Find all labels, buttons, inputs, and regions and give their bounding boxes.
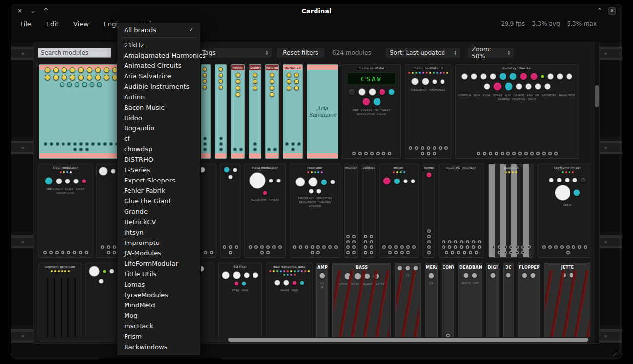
brand-menu-item[interactable]: LifeFormModular [117, 258, 200, 269]
module-macro-oscillator-2[interactable]: macro oscillator 2FREQUENCYHARMONICS [405, 64, 451, 159]
module-meta-modulator[interactable]: meta modulatorALGORITHMTIMBRE [244, 164, 286, 258]
port-jack [203, 148, 207, 151]
module-quad-vca[interactable]: quad VCA [488, 164, 534, 258]
module-flopper[interactable]: FLOPPER [518, 263, 540, 337]
brand-menu-item[interactable]: Audible Instruments [117, 81, 200, 92]
brand-menu-item[interactable]: Bacon Music [117, 102, 200, 113]
label-row: CV [395, 273, 420, 277]
module-resonator[interactable]: resonatorFREQUENCYSTRUCTUREBRIGHTNESSDAM… [290, 164, 340, 258]
module-quad-vc-polarizer[interactable]: quad VC-polarizer [439, 164, 484, 258]
brand-menu-item[interactable]: Rackwindows [117, 342, 200, 352]
module-pokies[interactable]: Pokies [231, 64, 245, 159]
reset-filters-button[interactable]: Reset filters [277, 48, 324, 58]
module-modal-synthesizer[interactable]: modal synthesizerCONTOURBOWBLOWSTRIKEPLA… [455, 64, 578, 159]
brand-menu-item[interactable]: Glue the Giant [117, 196, 200, 206]
brand-menu-item[interactable]: MindMeld [117, 300, 200, 310]
module-keyframer-mixer[interactable]: keyframer/mixerFRAME [538, 164, 590, 258]
brand-menu-item[interactable]: Mog [117, 310, 200, 321]
brand-menu-item[interactable]: Bogaudio [117, 123, 200, 133]
led-row [39, 269, 81, 274]
module-amp[interactable]: AMPCVIN [316, 263, 328, 337]
brand-menu-item[interactable]: Little Utils [117, 269, 200, 279]
module-card[interactable] [85, 263, 117, 337]
brand-menu-item-all-brands[interactable]: All brands ✓ [117, 25, 200, 35]
menu-file[interactable]: File [20, 20, 31, 28]
vertical-scrollbar[interactable] [595, 43, 599, 343]
brand-menu-item[interactable]: Animated Circuits [117, 61, 200, 71]
brand-menu-item[interactable]: E-Series [117, 165, 200, 175]
module-eq-filter[interactable]: EQ filterFREQGAIN [218, 263, 262, 337]
brand-menu-item[interactable]: JW-Modules [117, 248, 200, 258]
port-jack [253, 142, 257, 146]
port-jack [454, 240, 457, 243]
port-row [442, 332, 454, 337]
brand-menu-item[interactable]: Amalgamated Harmonics [117, 50, 200, 61]
port-row [249, 140, 261, 158]
module-aria-salvatrice[interactable]: Aria Salvatrice [307, 64, 338, 159]
brand-menu-item[interactable]: chowdsp [117, 144, 200, 154]
module-grabby[interactable]: Grabby [249, 64, 261, 159]
chevron-down-icon[interactable]: ⌄ [30, 7, 35, 14]
brand-menu-item[interactable]: Impromptu [117, 238, 200, 248]
module-conv[interactable]: CONV [442, 263, 454, 337]
module-card[interactable] [39, 64, 123, 159]
module-title: FLOPPER [518, 263, 539, 270]
brand-menu-item[interactable]: Bidoo [117, 113, 200, 123]
horizontal-scrollbar-thumb[interactable] [228, 338, 588, 342]
module-bernoulli-gate[interactable]: bernoulli gate [423, 164, 435, 258]
port-jack [311, 245, 314, 249]
port-jack [322, 245, 326, 249]
brand-menu-item[interactable]: Lomas [117, 279, 200, 290]
module-bass[interactable]: BASSCUTOFFDECAYENVMODACCENT [332, 263, 391, 337]
module-digi[interactable]: DIGI [486, 263, 499, 337]
module-rotatoes[interactable]: Rotatoes [265, 64, 279, 159]
module-multiples[interactable]: multiples [344, 164, 358, 258]
vertical-scrollbar-thumb[interactable] [595, 85, 599, 107]
menu-view[interactable]: View [73, 20, 89, 28]
search-input[interactable] [38, 48, 111, 58]
brand-menu-item[interactable]: Expert Sleepers [117, 175, 200, 185]
port-jack [427, 235, 431, 238]
close-icon[interactable]: × [17, 7, 22, 14]
brand-menu-item[interactable]: ihtsyn [117, 227, 200, 238]
brand-menu-item[interactable]: cf [117, 133, 200, 144]
brand-menu-item[interactable]: Fehler Fabrik [117, 185, 200, 196]
sort-select[interactable]: Sort: Last updated ▲▼ [386, 48, 460, 58]
brand-menu-item[interactable]: mscHack [117, 321, 200, 331]
close-box-icon[interactable]: ✕ [608, 7, 616, 15]
module-mixer[interactable]: mixer [379, 164, 419, 258]
menu-edit[interactable]: Edit [46, 20, 59, 28]
brand-menu-item[interactable]: Autinn [117, 92, 200, 102]
module-tidal-modulator[interactable]: tidal modulatorFREQUENCYSHAPESLOPESMOOTH… [39, 164, 92, 258]
module-segment-generator[interactable]: segment generator [39, 263, 81, 337]
brand-menu-item[interactable]: 21kHz [117, 40, 200, 50]
module-undular[interactable]: UnDuLaR [283, 64, 303, 159]
tags-select[interactable]: Tags ▲▼ [198, 48, 272, 58]
module-macro-oscillator[interactable]: macro oscillatorCSAWFINECOARSEFMTIMBREMO… [342, 64, 401, 159]
module-card[interactable]: CV [395, 263, 421, 337]
knob [287, 79, 291, 84]
knob [253, 86, 257, 90]
keep-above-icon[interactable]: ⌃ [597, 7, 602, 15]
brand-menu-item[interactable]: LyraeModules [117, 290, 200, 300]
module-dc[interactable]: DC [503, 263, 514, 337]
module-deadband[interactable]: DEADBANDWIDTHGAP [458, 263, 482, 337]
port-jack [498, 245, 501, 249]
module-card[interactable] [215, 64, 227, 159]
module-card[interactable] [220, 164, 240, 258]
port-jack [239, 148, 243, 151]
brand-menu-item[interactable]: Grande [117, 206, 200, 217]
brand-menu-item[interactable]: Prism [117, 331, 200, 342]
module-mera[interactable]: MERACV [425, 263, 438, 337]
port-jack [260, 251, 264, 254]
chevron-up-icon[interactable]: ^ [43, 7, 48, 14]
knob [309, 189, 314, 194]
brand-menu-item[interactable]: HetrickCV [117, 217, 200, 227]
zoom-select[interactable]: Zoom: 50% ▲▼ [468, 48, 514, 58]
knob [236, 92, 240, 97]
brand-menu-item[interactable]: DISTRHO [117, 154, 200, 165]
module-jette[interactable]: JETTE [544, 263, 590, 337]
module-dual-dynamics-gate[interactable]: dual dynamics gateSHAPEMOD [266, 263, 313, 337]
brand-menu-item[interactable]: Aria Salvatrice [117, 71, 200, 81]
module-utilities[interactable]: utilities [362, 164, 375, 258]
